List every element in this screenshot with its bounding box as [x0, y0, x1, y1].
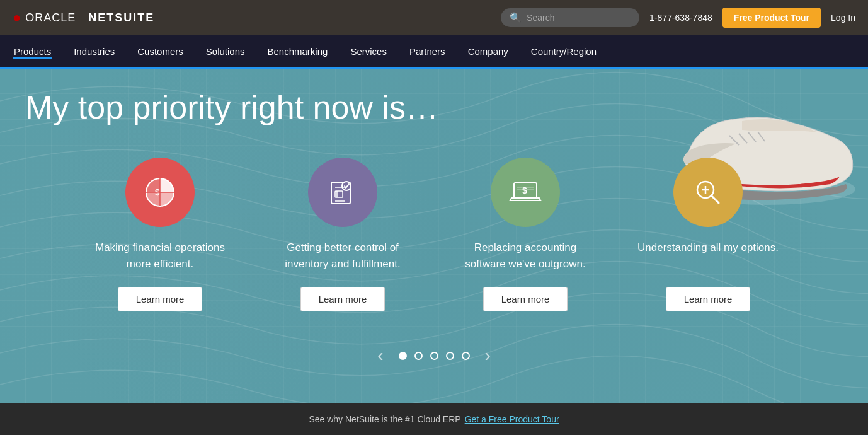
- top-bar: ● ORACLE NETSUITE 🔍 1-877-638-7848 Free …: [0, 0, 868, 35]
- phone-number: 1-877-638-7848: [649, 13, 712, 23]
- carousel-dot-1[interactable]: [399, 352, 407, 360]
- search-plus-icon: [689, 173, 727, 211]
- bottom-bar-text: See why NetSuite is the #1 Cloud ERP: [309, 414, 460, 424]
- cards-row: $ Making financial operations more effic…: [25, 151, 843, 324]
- logo-netsuite-text: NETSUITE: [88, 11, 154, 25]
- svg-point-14: [342, 182, 351, 190]
- card-icon-accounting: $: [491, 158, 560, 227]
- card-options-text: Understanding all my options.: [637, 240, 779, 272]
- card-accounting: $ Replacing accounting software we've ou…: [434, 151, 617, 324]
- card-icon-inventory: [308, 158, 377, 227]
- carousel-dot-4[interactable]: [446, 352, 454, 360]
- nav-bar: Products Industries Customers Solutions …: [0, 35, 868, 69]
- learn-more-inventory-button[interactable]: Learn more: [300, 287, 385, 311]
- search-input[interactable]: [527, 13, 627, 23]
- bottom-bar: See why NetSuite is the #1 Cloud ERP Get…: [0, 403, 868, 435]
- carousel-nav: ‹ ›: [25, 343, 843, 368]
- carousel-prev-button[interactable]: ‹: [370, 343, 391, 368]
- nav-item-industries[interactable]: Industries: [72, 44, 116, 59]
- laptop-dollar-icon: $: [506, 173, 544, 211]
- card-icon-options: [673, 158, 743, 227]
- card-financial: $ Making financial operations more effic…: [69, 151, 251, 324]
- svg-text:$: $: [522, 185, 527, 195]
- card-inventory-text: Getting better control of inventory and …: [270, 240, 415, 272]
- learn-more-options-button[interactable]: Learn more: [666, 287, 751, 311]
- card-icon-financial: $: [125, 158, 195, 227]
- logo-dot-icon: ●: [13, 9, 21, 26]
- carousel-dot-5[interactable]: [462, 352, 470, 360]
- nav-item-benchmarking[interactable]: Benchmarking: [266, 44, 329, 59]
- learn-more-financial-button[interactable]: Learn more: [118, 287, 203, 311]
- card-inventory: Getting better control of inventory and …: [251, 151, 434, 324]
- nav-item-solutions[interactable]: Solutions: [205, 44, 246, 59]
- nav-item-services[interactable]: Services: [349, 44, 388, 59]
- bottom-bar-link[interactable]: Get a Free Product Tour: [465, 414, 559, 424]
- free-product-tour-button[interactable]: Free Product Tour: [722, 8, 821, 28]
- logo-oracle-text: ORACLE: [25, 11, 76, 25]
- search-icon: 🔍: [510, 12, 522, 23]
- carousel-next-button[interactable]: ›: [477, 343, 498, 368]
- svg-rect-12: [335, 191, 343, 197]
- nav-item-company[interactable]: Company: [467, 44, 510, 59]
- nav-item-partners[interactable]: Partners: [408, 44, 447, 59]
- nav-item-country-region[interactable]: Country/Region: [530, 44, 598, 59]
- pie-chart-icon: $: [141, 173, 179, 211]
- carousel-dot-3[interactable]: [430, 352, 438, 360]
- card-financial-text: Making financial operations more efficie…: [88, 240, 232, 272]
- hero-section: My top priority right now is… $: [0, 69, 868, 403]
- carousel-dot-2[interactable]: [414, 352, 423, 360]
- hero-title: My top priority right now is…: [25, 88, 843, 126]
- inventory-icon: [324, 173, 362, 211]
- card-accounting-text: Replacing accounting software we've outg…: [453, 240, 598, 272]
- card-options: Understanding all my options. Learn more: [617, 151, 799, 324]
- search-bar[interactable]: 🔍: [501, 8, 639, 27]
- login-link[interactable]: Log In: [831, 13, 855, 23]
- nav-item-customers[interactable]: Customers: [136, 44, 185, 59]
- svg-line-22: [711, 195, 719, 203]
- nav-item-products[interactable]: Products: [13, 44, 52, 59]
- learn-more-accounting-button[interactable]: Learn more: [483, 287, 568, 311]
- logo: ● ORACLE NETSUITE: [13, 9, 154, 26]
